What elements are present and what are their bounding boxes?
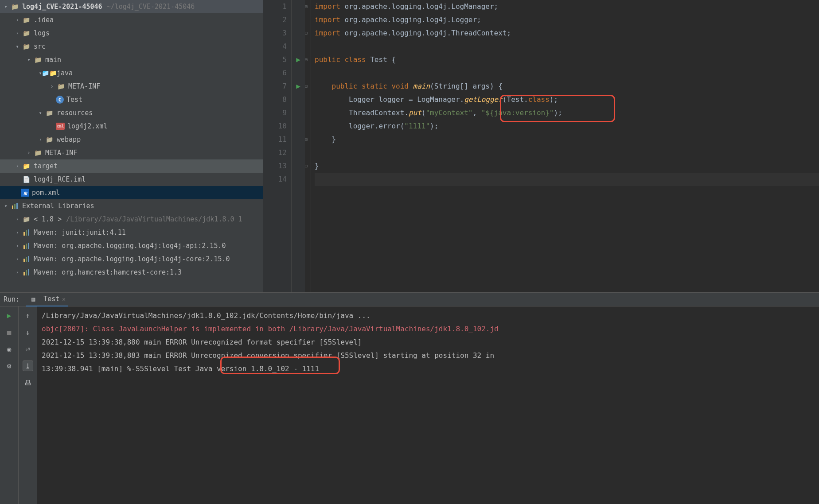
source-folder-icon: 📁 <box>44 68 54 78</box>
run-gutter-icon[interactable]: ▶ <box>292 80 305 93</box>
module-file-icon <box>21 174 31 184</box>
down-stack-button[interactable]: ↓ <box>23 327 33 337</box>
folder-icon <box>10 2 20 12</box>
console-output[interactable]: /Library/Java/JavaVirtualMachines/jdk1.8… <box>37 306 819 504</box>
tree-item-webapp[interactable]: › webapp <box>0 133 263 146</box>
chevron-down-icon: ▾ <box>36 110 44 116</box>
chevron-right-icon: › <box>13 229 21 236</box>
webapp-folder-icon <box>44 135 54 144</box>
project-tree[interactable]: ▾ log4j_CVE-2021-45046 ~/log4j_CVE-2021-… <box>0 0 263 292</box>
libraries-icon <box>10 201 20 211</box>
chevron-right-icon: › <box>13 256 21 262</box>
rerun-button[interactable]: ▶ <box>4 310 15 321</box>
code-content[interactable]: import org.apache.logging.log4j.LogManag… <box>311 0 819 292</box>
tree-item-jdk[interactable]: › < 1.8 > /Library/Java/JavaVirtualMachi… <box>0 213 263 226</box>
run-toolbar-right: ↑ ↓ ⏎ ⤓ 🖶 <box>19 306 37 504</box>
chevron-down-icon: ▾ <box>25 57 33 63</box>
settings-button[interactable]: ⚙ <box>4 361 15 371</box>
folder-icon <box>56 81 66 91</box>
chevron-right-icon: › <box>13 163 21 169</box>
tree-item-maven-log4jcore[interactable]: › Maven: org.apache.logging.log4j:log4j-… <box>0 252 263 266</box>
library-icon <box>21 254 31 264</box>
soft-wrap-button[interactable]: ⏎ <box>23 344 33 354</box>
run-label: Run: <box>4 295 20 303</box>
gutter-icons: ▶ ▶ <box>292 0 305 292</box>
run-header: Run: ▦ Test ✕ <box>0 292 819 306</box>
target-folder-icon: 📁 <box>21 161 31 171</box>
chevron-down-icon: ▾ <box>13 43 21 50</box>
run-tab-test[interactable]: ▦ Test ✕ <box>26 292 68 306</box>
tree-item-logs[interactable]: › logs <box>0 27 263 40</box>
library-icon <box>21 241 31 251</box>
tree-item-main[interactable]: ▾ main <box>0 53 263 66</box>
folder-icon <box>21 28 31 38</box>
tree-project-root[interactable]: ▾ log4j_CVE-2021-45046 ~/log4j_CVE-2021-… <box>0 0 263 13</box>
library-icon <box>21 228 31 237</box>
folder-icon <box>33 148 43 158</box>
chevron-right-icon: › <box>13 243 21 249</box>
up-stack-button[interactable]: ↑ <box>23 310 33 321</box>
tree-item-rceiml[interactable]: log4j_RCE.iml <box>0 173 263 186</box>
chevron-right-icon: › <box>48 83 56 89</box>
dump-button[interactable]: ◉ <box>4 344 15 354</box>
chevron-right-icon: › <box>13 30 21 36</box>
tree-item-log4j2xml[interactable]: xml log4j2.xml <box>0 120 263 133</box>
console-line: /Library/Java/JavaVirtualMachines/jdk1.8… <box>42 309 815 322</box>
tree-item-test[interactable]: C Test <box>0 93 263 106</box>
console-line: 2021-12-15 13:39:38,883 main ERROR Unrec… <box>42 349 815 362</box>
run-tool-window: Run: ▦ Test ✕ ▶ ■ ◉ ⚙ ↑ ↓ ⏎ ⤓ 🖶 /Library… <box>0 292 819 504</box>
tree-item-maven-log4japi[interactable]: › Maven: org.apache.logging.log4j:log4j-… <box>0 239 263 252</box>
chevron-down-icon: ▾ <box>2 4 10 10</box>
run-toolbar-left: ▶ ■ ◉ ⚙ <box>0 306 19 504</box>
tree-item-metainf1[interactable]: › META-INF <box>0 80 263 93</box>
tree-item-src[interactable]: ▾ src <box>0 40 263 53</box>
folder-icon <box>33 55 43 65</box>
chevron-right-icon: › <box>13 17 21 23</box>
tree-item-pom[interactable]: m pom.xml <box>0 186 263 199</box>
run-config-icon: ▦ <box>28 294 38 304</box>
fold-column[interactable]: ⊟⊟ ⊟⊟ ⊟⊟ <box>305 0 311 292</box>
tree-item-idea[interactable]: › .idea <box>0 13 263 27</box>
xml-file-icon: xml <box>56 123 65 130</box>
console-line: 13:39:38.941 [main] %-S5Slevel Test Java… <box>42 362 815 376</box>
tree-item-maven-junit[interactable]: › Maven: junit:junit:4.11 <box>0 226 263 239</box>
jdk-icon <box>21 214 31 224</box>
project-path: ~/log4j_CVE-2021-45046 <box>107 3 195 11</box>
tree-item-metainf2[interactable]: › META-INF <box>0 146 263 159</box>
folder-icon <box>21 42 31 51</box>
resources-folder-icon <box>44 108 54 118</box>
run-gutter-icon[interactable]: ▶ <box>292 53 305 66</box>
chevron-right-icon: › <box>36 136 44 143</box>
tree-item-target[interactable]: › 📁 target <box>0 159 263 173</box>
java-class-icon: C <box>56 96 64 104</box>
library-icon <box>21 268 31 277</box>
stop-button[interactable]: ■ <box>4 327 15 337</box>
code-editor[interactable]: 1 2 3 4 5 6 7 8 9 10 11 12 13 14 ▶ ▶ ⊟⊟ … <box>263 0 819 292</box>
project-name: log4j_CVE-2021-45046 <box>22 3 102 11</box>
folder-icon <box>21 15 31 25</box>
tree-item-java[interactable]: ▾ 📁 java <box>0 66 263 80</box>
maven-file-icon: m <box>21 189 29 197</box>
chevron-down-icon: ▾ <box>2 203 10 209</box>
console-line: 2021-12-15 13:39:38,880 main ERROR Unrec… <box>42 336 815 349</box>
tree-item-maven-hamcrest[interactable]: › Maven: org.hamcrest:hamcrest-core:1.3 <box>0 266 263 279</box>
tree-item-resources[interactable]: ▾ resources <box>0 106 263 120</box>
print-button[interactable]: 🖶 <box>23 377 33 388</box>
tree-external-libraries[interactable]: ▾ External Libraries <box>0 199 263 213</box>
chevron-right-icon: › <box>25 150 33 156</box>
scroll-to-end-button[interactable]: ⤓ <box>23 361 33 371</box>
console-line: objc[2807]: Class JavaLaunchHelper is im… <box>42 322 815 336</box>
chevron-right-icon: › <box>13 269 21 275</box>
line-number-gutter: 1 2 3 4 5 6 7 8 9 10 11 12 13 14 <box>263 0 292 292</box>
chevron-right-icon: › <box>13 216 21 222</box>
close-icon[interactable]: ✕ <box>62 296 66 302</box>
